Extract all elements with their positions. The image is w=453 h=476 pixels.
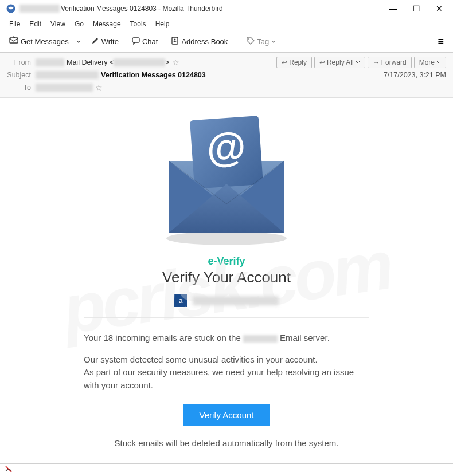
svg-text:@: @: [205, 124, 248, 171]
forward-label: Forward: [381, 58, 407, 66]
toolbar: Get Messages Write Chat Address Book Tag…: [0, 31, 453, 53]
email-content: @ e-Verify Verify Your Account a Your 18…: [72, 98, 381, 471]
chat-label: Chat: [142, 37, 158, 46]
tag-icon: [247, 37, 255, 46]
menu-message[interactable]: Message: [88, 19, 126, 29]
pencil-icon: [91, 37, 99, 46]
from-redacted-1: [36, 58, 64, 66]
reply-label: Reply: [289, 58, 307, 66]
from-redacted-2: [114, 58, 165, 66]
star-icon[interactable]: ☆: [172, 58, 179, 67]
account-badge: a: [174, 294, 187, 307]
minimize-button[interactable]: —: [382, 1, 405, 17]
message-header: From Mail Delivery < > ☆ ↩Reply ↩Reply A…: [0, 53, 453, 98]
from-closer: >: [165, 58, 169, 66]
body-line-1b: Email server.: [278, 333, 330, 343]
chevron-down-icon: [271, 40, 276, 44]
offline-icon[interactable]: [5, 465, 13, 475]
write-button[interactable]: Write: [87, 34, 123, 49]
svg-point-6: [166, 231, 287, 245]
message-body-area: pcrisk.com @: [0, 98, 453, 476]
body-line-1a: Your 18 incoming emails are stuck on the: [84, 333, 243, 343]
reply-all-button[interactable]: ↩Reply All: [314, 57, 365, 68]
verify-heading: Verify Your Account: [84, 269, 369, 286]
statusbar: [0, 463, 453, 476]
svg-point-5: [248, 38, 249, 40]
subject-value: Verification Messages 0124803: [101, 71, 206, 79]
menu-edit[interactable]: Edit: [25, 19, 46, 29]
close-button[interactable]: ✕: [428, 1, 451, 17]
address-book-icon: [171, 37, 179, 46]
reply-all-label: Reply All: [327, 58, 354, 66]
from-label: From: [7, 58, 36, 66]
message-date: 7/17/2023, 3:21 PM: [384, 71, 446, 79]
reply-all-icon: ↩: [319, 58, 325, 66]
window-titlebar: Verification Messages 0124803 - Mozilla …: [0, 0, 453, 17]
get-messages-button[interactable]: Get Messages: [5, 34, 73, 49]
menu-file[interactable]: File: [5, 19, 25, 29]
svg-rect-3: [172, 37, 178, 44]
account-redacted: [193, 296, 279, 305]
chevron-down-icon: [356, 60, 360, 65]
account-row: a: [84, 294, 369, 307]
subject-redacted: [36, 71, 99, 79]
envelope-image: @: [146, 109, 307, 247]
menu-help[interactable]: Help: [151, 19, 174, 29]
reply-icon: ↩: [282, 58, 287, 66]
download-icon: [9, 36, 18, 47]
address-book-button[interactable]: Address Book: [166, 34, 232, 49]
get-messages-dropdown[interactable]: [75, 37, 83, 46]
maximize-button[interactable]: ☐: [405, 1, 428, 17]
chat-icon: [132, 37, 140, 46]
svg-point-4: [174, 39, 176, 41]
subject-label: Subject: [7, 71, 36, 79]
thunderbird-icon: [6, 3, 16, 14]
message-scroll[interactable]: @ e-Verify Verify Your Account a Your 18…: [0, 98, 453, 476]
address-book-label: Address Book: [181, 37, 228, 46]
forward-icon: →: [373, 58, 380, 66]
title-redacted: [19, 5, 60, 13]
everify-label: e-Verify: [84, 255, 369, 267]
chat-button[interactable]: Chat: [127, 34, 162, 49]
get-messages-label: Get Messages: [21, 37, 69, 46]
menubar: File Edit View Go Message Tools Help: [0, 17, 453, 31]
menu-view[interactable]: View: [46, 19, 70, 29]
more-button[interactable]: More: [414, 57, 446, 68]
to-label: To: [7, 84, 36, 92]
reply-button[interactable]: ↩Reply: [276, 57, 312, 68]
app-menu-button[interactable]: ≡: [433, 33, 448, 50]
tag-label: Tag: [257, 37, 269, 46]
chevron-down-icon: [436, 60, 441, 65]
verify-account-button[interactable]: Verify Account: [183, 404, 270, 426]
svg-rect-2: [132, 38, 139, 42]
body-footer: Stuck emails will be deleted automatical…: [84, 438, 369, 448]
body-line-2: Our system detected some unusual activit…: [84, 353, 369, 367]
star-icon[interactable]: ☆: [95, 83, 103, 92]
from-name: Mail Delivery <: [67, 58, 114, 66]
write-label: Write: [101, 37, 119, 46]
server-redacted: [243, 335, 278, 343]
divider: [84, 317, 369, 318]
menu-tools[interactable]: Tools: [126, 19, 151, 29]
forward-button[interactable]: →Forward: [368, 57, 412, 68]
more-label: More: [419, 58, 435, 66]
body-line-3: As part of our security measures, we nee…: [84, 366, 369, 392]
body-line-1: Your 18 incoming emails are stuck on the…: [84, 332, 369, 345]
window-title: Verification Messages 0124803 - Mozilla …: [61, 5, 223, 13]
tag-button[interactable]: Tag: [242, 34, 280, 49]
to-redacted: [36, 84, 93, 92]
menu-go[interactable]: Go: [70, 19, 88, 29]
